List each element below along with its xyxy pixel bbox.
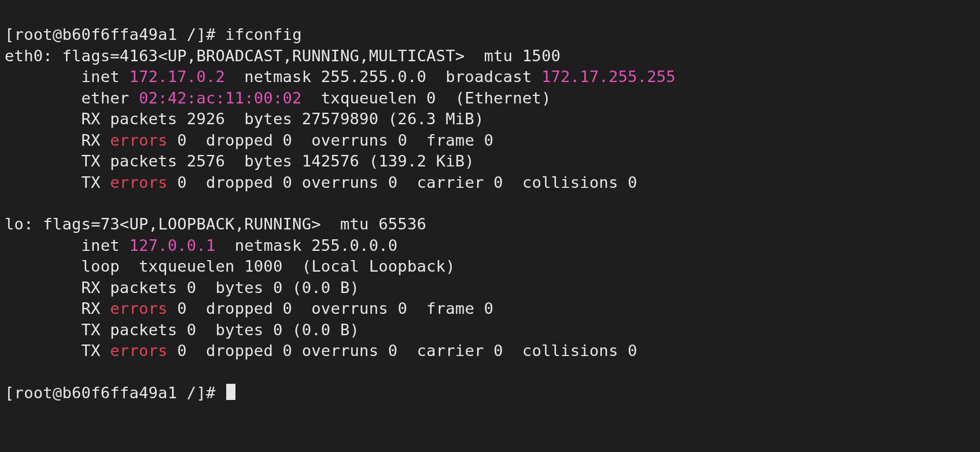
lo-netmask: 255.0.0.0	[311, 236, 397, 254]
lo-flags-list: UP,LOOPBACK,RUNNING	[129, 215, 311, 233]
lo-tx-bytes: 0	[273, 321, 283, 339]
iface-name: eth0	[5, 47, 43, 65]
prompt-host: b60f6ffa49a1	[62, 384, 177, 402]
eth0-tx-errors-line: TX errors 0 dropped 0 overruns 0 carrier…	[5, 173, 638, 191]
label-inet: inet	[82, 68, 120, 86]
label-errors: errors	[110, 173, 167, 191]
lo-flags-num: 73	[101, 215, 120, 233]
label-tx-packets: TX packets	[82, 152, 178, 170]
eth0-rx-overruns: 0	[397, 131, 407, 149]
lo-type: Local Loopback	[311, 257, 445, 275]
lo-rx-overruns: 0	[397, 299, 407, 317]
eth0-tx-errors: 0	[177, 173, 187, 191]
lo-rx-bytes: 0	[273, 279, 283, 297]
label-carrier: carrier	[417, 342, 484, 360]
label-rx-prefix: RX	[82, 131, 101, 149]
label-flags: flags	[43, 215, 91, 233]
label-collisions: collisions	[522, 173, 618, 191]
iface-name: lo	[5, 215, 24, 233]
label-frame: frame	[426, 299, 474, 317]
eth0-tx-carrier: 0	[493, 173, 503, 191]
lo-rx-packets: 0	[187, 279, 197, 297]
eth0-broadcast: 172.17.255.255	[541, 68, 676, 86]
prompt-symbol: #	[206, 384, 216, 402]
label-errors: errors	[110, 131, 167, 149]
label-bytes: bytes	[216, 279, 264, 297]
prompt-host: b60f6ffa49a1	[62, 25, 177, 43]
typed-command: ifconfig	[225, 25, 302, 43]
lo-rx-errors: 0	[177, 299, 187, 317]
label-netmask: netmask	[244, 68, 311, 86]
cursor-icon	[226, 384, 235, 401]
label-dropped: dropped	[206, 299, 273, 317]
lo-tx-bytes-h: 0.0 B	[302, 321, 350, 339]
label-mtu: mtu	[340, 215, 369, 233]
eth0-rx-frame: 0	[484, 131, 494, 149]
label-overruns: overruns	[311, 131, 388, 149]
label-frame: frame	[426, 131, 474, 149]
eth0-tx-dropped: 0	[283, 173, 293, 191]
label-tx-prefix: TX	[82, 342, 101, 360]
eth0-flags-num: 4163	[120, 47, 158, 65]
eth0-rx-errors: 0	[177, 131, 187, 149]
eth0-tx-bytes-h: 139.2 KiB	[378, 152, 465, 170]
label-rx-packets: RX packets	[82, 279, 178, 297]
lo-tx-carrier: 0	[493, 342, 503, 360]
label-txqueuelen: txqueuelen	[321, 89, 417, 107]
lo-rx-bytes-h: 0.0 B	[302, 279, 350, 297]
eth0-type: Ethernet	[465, 89, 541, 107]
lo-inet-line: inet 127.0.0.1 netmask 255.0.0.0	[5, 236, 397, 254]
label-rx-packets: RX packets	[82, 110, 178, 128]
eth0-netmask: 255.255.0.0	[321, 68, 426, 86]
label-broadcast: broadcast	[445, 68, 532, 86]
label-loop: loop	[82, 257, 120, 275]
lo-rx-dropped: 0	[283, 299, 293, 317]
label-ether: ether	[82, 89, 130, 107]
lo-rx-errors-line: RX errors 0 dropped 0 overruns 0 frame 0	[5, 299, 493, 317]
label-dropped: dropped	[206, 173, 273, 191]
eth0-mtu: 1500	[522, 47, 561, 65]
label-errors: errors	[110, 299, 167, 317]
label-errors: errors	[110, 342, 167, 360]
lo-rx-packets-line: RX packets 0 bytes 0 (0.0 B)	[5, 279, 359, 297]
eth0-inet-line: inet 172.17.0.2 netmask 255.255.0.0 broa…	[5, 68, 676, 86]
label-bytes: bytes	[216, 321, 264, 339]
prompt-cwd: /	[187, 384, 197, 402]
lo-rx-frame: 0	[484, 299, 494, 317]
label-inet: inet	[82, 236, 120, 254]
eth0-ether-line: ether 02:42:ac:11:00:02 txqueuelen 0 (Et…	[5, 89, 551, 107]
lo-txqueuelen: 1000	[244, 257, 282, 275]
label-dropped: dropped	[206, 342, 273, 360]
prompt-user: root	[14, 384, 53, 402]
lo-inet: 127.0.0.1	[129, 236, 215, 254]
label-overruns: overruns	[302, 173, 379, 191]
lo-tx-errors-line: TX errors 0 dropped 0 overruns 0 carrier…	[5, 342, 638, 360]
eth0-mac: 02:42:ac:11:00:02	[139, 89, 302, 107]
lo-tx-dropped: 0	[283, 342, 293, 360]
lo-mtu: 65536	[378, 215, 426, 233]
label-overruns: overruns	[311, 299, 388, 317]
label-dropped: dropped	[206, 131, 273, 149]
terminal-output[interactable]: [root@b60f6ffa49a1 /]# ifconfig eth0: fl…	[0, 0, 980, 408]
iface-eth0-header: eth0: flags=4163<UP,BROADCAST,RUNNING,MU…	[5, 47, 561, 65]
eth0-rx-bytes: 27579890	[302, 110, 379, 128]
prompt-user: root	[14, 25, 53, 43]
eth0-tx-packets-line: TX packets 2576 bytes 142576 (139.2 KiB)	[5, 152, 474, 170]
eth0-rx-bytes-h: 26.3 MiB	[397, 110, 474, 128]
eth0-rx-errors-line: RX errors 0 dropped 0 overruns 0 frame 0	[5, 131, 493, 149]
iface-lo-header: lo: flags=73<UP,LOOPBACK,RUNNING> mtu 65…	[5, 215, 426, 233]
lo-tx-packets-line: TX packets 0 bytes 0 (0.0 B)	[5, 321, 359, 339]
prompt-line: [root@b60f6ffa49a1 /]# ifconfig	[5, 25, 302, 43]
eth0-tx-packets: 2576	[187, 152, 225, 170]
eth0-rx-dropped: 0	[283, 131, 293, 149]
label-carrier: carrier	[417, 173, 484, 191]
prompt-symbol: #	[206, 25, 216, 43]
eth0-rx-packets: 2926	[187, 110, 225, 128]
eth0-tx-overruns: 0	[388, 173, 398, 191]
label-txqueuelen: txqueuelen	[139, 257, 235, 275]
label-tx-prefix: TX	[82, 173, 101, 191]
eth0-tx-bytes: 142576	[302, 152, 359, 170]
lo-tx-collisions: 0	[628, 342, 638, 360]
eth0-tx-collisions: 0	[628, 173, 638, 191]
prompt-line[interactable]: [root@b60f6ffa49a1 /]#	[5, 384, 235, 402]
